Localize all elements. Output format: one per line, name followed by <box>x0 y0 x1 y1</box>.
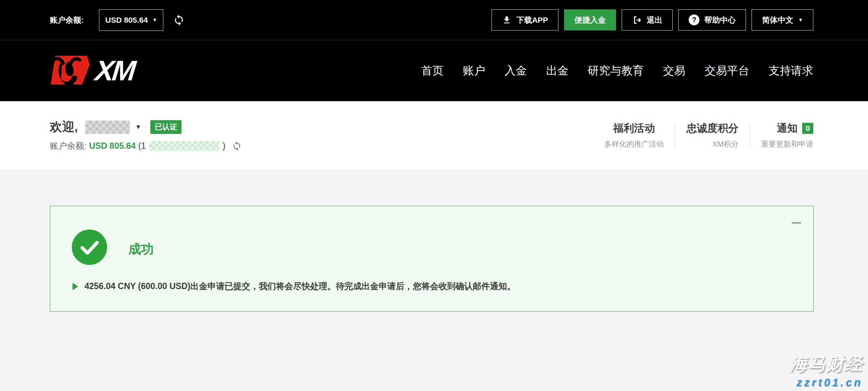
widget-promotions[interactable]: 福利活动 多样化的推广活动 <box>604 121 664 149</box>
success-message: 4256.04 CNY (600.00 USD)出金申请已提交，我们将会尽快处理… <box>84 281 516 292</box>
xm-logo[interactable]: XM <box>50 55 137 86</box>
brand-wordmark: XM <box>94 57 138 85</box>
chevron-down-icon: ▼ <box>152 17 157 22</box>
divider <box>750 123 750 148</box>
nav-item-home[interactable]: 首页 <box>421 63 443 78</box>
verified-badge: 已认证 <box>150 120 182 134</box>
nav-menu: 首页 账户 入金 出金 研究与教育 交易 交易平台 支持请求 <box>421 63 813 78</box>
download-icon <box>502 15 512 25</box>
account-balance-dropdown[interactable]: USD 805.64 ▼ <box>99 9 163 31</box>
welcome-widgets: 福利活动 多样化的推广活动 忠诚度积分 XM积分 通知 0 重要更新和申请 <box>604 121 813 149</box>
notification-count-badge: 0 <box>802 123 813 134</box>
question-icon: ? <box>689 15 699 25</box>
success-title: 成功 <box>128 241 154 258</box>
page: 账户余额: USD 805.64 ▼ 下载APP 便捷入金 <box>0 0 868 391</box>
success-check-icon <box>72 230 107 265</box>
watermark-title: 海马财经 <box>790 352 863 376</box>
topbar: 账户余额: USD 805.64 ▼ 下载APP 便捷入金 <box>0 0 868 40</box>
collapse-minus-icon[interactable] <box>792 222 801 224</box>
account-name-blurred <box>85 121 130 134</box>
balance-label: 账户余额: <box>50 140 86 152</box>
logout-icon <box>632 15 642 25</box>
refresh-icon <box>232 141 242 151</box>
language-dropdown[interactable]: 简体中文 ▼ <box>752 9 813 31</box>
widget-loyalty[interactable]: 忠诚度积分 XM积分 <box>686 121 739 149</box>
welcome-info: 欢迎, ▼ 已认证 账户余额: USD 805.64 (1 ) <box>50 119 242 152</box>
success-message-row: 4256.04 CNY (600.00 USD)出金申请已提交，我们将会尽快处理… <box>73 281 516 292</box>
greeting-text: 欢迎, <box>50 119 78 135</box>
logout-button[interactable]: 退出 <box>622 9 673 31</box>
success-panel: 成功 4256.04 CNY (600.00 USD)出金申请已提交，我们将会尽… <box>50 206 814 312</box>
refresh-icon <box>173 14 185 26</box>
nav-item-research[interactable]: 研究与教育 <box>588 63 644 78</box>
account-number-open: (1 <box>138 141 146 151</box>
nav-item-support[interactable]: 支持请求 <box>769 63 813 78</box>
account-number-close: ) <box>222 141 225 151</box>
nav-item-withdraw[interactable]: 出金 <box>546 63 568 78</box>
nav-item-trading[interactable]: 交易 <box>663 63 685 78</box>
nav-item-account[interactable]: 账户 <box>463 63 485 78</box>
balance-value: USD 805.64 <box>89 141 135 151</box>
account-balance-label: 账户余额: <box>50 15 84 25</box>
main-navbar: XM 首页 账户 入金 出金 研究与教育 交易 交易平台 支持请求 <box>0 40 868 101</box>
refresh-account-button[interactable] <box>232 141 242 151</box>
topbar-actions: 下载APP 便捷入金 退出 ? 帮助中心 简体中文 ▼ <box>491 9 813 31</box>
help-center-button[interactable]: ? 帮助中心 <box>678 9 746 31</box>
triangle-bullet-icon <box>73 283 78 290</box>
divider <box>675 123 675 148</box>
download-app-button[interactable]: 下载APP <box>491 9 558 31</box>
welcome-strip: 欢迎, ▼ 已认证 账户余额: USD 805.64 (1 ) <box>0 101 868 169</box>
nav-item-deposit[interactable]: 入金 <box>505 63 527 78</box>
watermark: 海马财经 zzrt01.cn <box>790 352 863 389</box>
account-balance-value: USD 805.64 <box>105 16 148 25</box>
account-switch-caret-icon[interactable]: ▼ <box>135 124 141 131</box>
nav-item-platforms[interactable]: 交易平台 <box>705 63 749 78</box>
watermark-url: zzrt01.cn <box>790 376 863 389</box>
refresh-balance-button[interactable] <box>173 14 185 26</box>
widget-notifications[interactable]: 通知 0 重要更新和申请 <box>761 121 813 149</box>
account-number-blurred <box>149 141 219 151</box>
chevron-down-icon: ▼ <box>798 17 803 22</box>
quick-deposit-button[interactable]: 便捷入金 <box>564 9 616 31</box>
bull-badge-icon <box>50 55 92 86</box>
